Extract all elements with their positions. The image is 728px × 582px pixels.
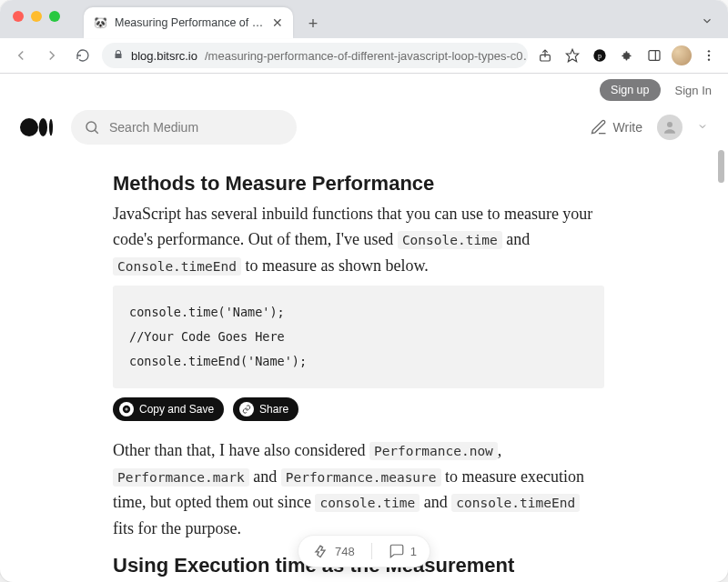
close-window-button[interactable] (13, 11, 24, 22)
save-icon (119, 402, 134, 416)
titlebar: 🐼 Measuring Performance of Diff ✕ + (0, 0, 728, 38)
divider (371, 543, 372, 559)
clap-icon (311, 542, 329, 560)
write-icon (590, 118, 608, 136)
svg-point-7 (708, 55, 710, 56)
svg-line-13 (95, 130, 98, 134)
new-tab-button[interactable]: + (300, 11, 326, 36)
window-controls (13, 11, 60, 22)
svg-text:p: p (598, 52, 602, 60)
url-domain: blog.bitsrc.io (131, 49, 197, 63)
paragraph: JavaScript has several inbuild functions… (113, 201, 604, 278)
tab-title: Measuring Performance of Diff (115, 16, 264, 29)
extensions-puzzle-icon[interactable] (617, 45, 637, 65)
search-placeholder: Search Medium (109, 120, 198, 135)
write-button[interactable]: Write (590, 118, 642, 136)
write-label: Write (613, 120, 642, 135)
lock-icon (113, 49, 124, 63)
inline-code: Console.timeEnd (113, 257, 241, 276)
svg-point-9 (20, 118, 38, 136)
user-avatar[interactable] (657, 115, 682, 140)
svg-point-11 (49, 119, 53, 136)
share-button[interactable]: Share (233, 397, 298, 421)
browser-toolbar: blog.bitsrc.io/measuring-performance-of-… (0, 38, 728, 74)
svg-point-6 (708, 50, 710, 52)
inline-code: Performance.now (369, 442, 498, 460)
tab-close-icon[interactable]: ✕ (271, 16, 284, 29)
back-button[interactable] (9, 44, 33, 67)
page-viewport: Sign up Sign In Search Medium Write (0, 74, 728, 582)
paragraph: Other than that, I have also considered … (113, 437, 604, 541)
user-menu-chevron-icon[interactable] (697, 119, 708, 135)
extension-pinterest-icon[interactable]: p (590, 45, 610, 65)
code-block: console.time('Name'); //Your Code Goes H… (113, 286, 604, 388)
address-bar[interactable]: blog.bitsrc.io/measuring-performance-of-… (102, 43, 528, 68)
forward-button[interactable] (40, 44, 64, 67)
comment-icon (389, 543, 405, 559)
clap-count: 748 (335, 545, 355, 558)
section-heading: Methods to Measure Performance (113, 172, 604, 196)
reload-button[interactable] (71, 44, 95, 67)
inline-code: console.timeEnd (451, 494, 580, 512)
svg-marker-1 (566, 49, 578, 61)
engagement-bar: 748 1 (298, 535, 430, 567)
svg-rect-4 (649, 51, 660, 61)
svg-point-10 (39, 118, 47, 136)
zoom-window-button[interactable] (49, 11, 60, 22)
svg-point-8 (708, 58, 710, 60)
share-icon (239, 402, 254, 416)
medium-logo-icon[interactable] (20, 116, 56, 138)
sign-up-button[interactable]: Sign up (600, 79, 660, 101)
article-body: Methods to Measure Performance JavaScrip… (0, 154, 604, 577)
inline-code: Console.time (398, 231, 502, 249)
site-header: Search Medium Write (0, 101, 728, 154)
browser-tab[interactable]: 🐼 Measuring Performance of Diff ✕ (84, 7, 293, 38)
action-pills: Copy and Save Share (113, 397, 604, 421)
minimize-window-button[interactable] (31, 11, 42, 22)
browser-window: 🐼 Measuring Performance of Diff ✕ + blog… (0, 0, 728, 582)
tab-favicon: 🐼 (93, 15, 107, 30)
inline-code: Performance.measure (281, 468, 441, 487)
inline-code: Performance.mark (113, 468, 249, 487)
clap-button[interactable]: 748 (311, 542, 355, 560)
browser-menu-icon[interactable] (699, 45, 719, 65)
tabs-overflow-button[interactable] (695, 9, 719, 33)
inline-code: console.time (315, 494, 420, 512)
sign-in-link[interactable]: Sign In (675, 84, 712, 97)
scrollbar-thumb[interactable] (718, 150, 724, 183)
search-icon (84, 119, 100, 135)
comment-count: 1 (410, 545, 417, 558)
svg-point-14 (667, 122, 672, 127)
copy-and-save-button[interactable]: Copy and Save (113, 397, 224, 421)
svg-point-12 (86, 122, 96, 132)
profile-avatar-icon[interactable] (672, 45, 692, 65)
url-path: /measuring-performance-of-different-java… (205, 49, 528, 63)
auth-bar: Sign up Sign In (600, 79, 712, 101)
bookmark-star-icon[interactable] (562, 45, 582, 65)
search-input[interactable]: Search Medium (71, 110, 297, 145)
share-page-icon[interactable] (535, 45, 555, 65)
side-panel-icon[interactable] (644, 45, 664, 65)
comment-button[interactable]: 1 (389, 543, 417, 559)
